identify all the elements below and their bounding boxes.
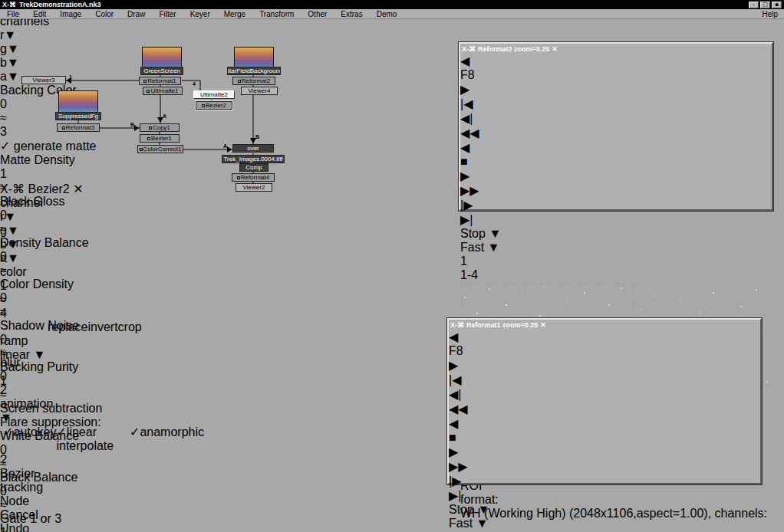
node-label: Copy1: [153, 124, 170, 132]
node-over[interactable]: over: [232, 144, 274, 153]
frame-back-button[interactable]: ◀: [460, 54, 772, 68]
chevron-down-icon: ▼: [476, 517, 489, 530]
transport-button-1[interactable]: ◀|: [449, 387, 760, 402]
frame-fwd-button[interactable]: ▶: [460, 82, 772, 97]
transport-button-3[interactable]: ◀: [449, 416, 760, 431]
node-reformat4[interactable]: Reformat4: [232, 173, 275, 182]
transport-button-7[interactable]: |▶: [449, 474, 760, 488]
frame-fwd-button[interactable]: ▶: [449, 358, 760, 373]
node-indicator: [147, 90, 150, 93]
node-label: over: [247, 145, 259, 153]
node-suppressedfg[interactable]: SuppressedFg: [55, 112, 101, 120]
playback-mode-value: Stop: [449, 503, 474, 516]
node-label: ColorCorrect1: [143, 146, 182, 153]
transport-button-6[interactable]: ▶▶: [449, 459, 760, 474]
transport-button-3[interactable]: ◀: [460, 140, 772, 155]
transport-button-0[interactable]: |◀: [460, 97, 772, 111]
close-icon[interactable]: ✕: [540, 320, 546, 330]
node-label: Viewer2: [243, 184, 265, 192]
node-label: Bezier1: [151, 135, 172, 143]
viewer-title: Reformat2 zoom=0.25: [478, 44, 549, 54]
node-reformat2[interactable]: Reformat2: [232, 77, 275, 85]
window-icon: X-⌘: [462, 44, 476, 54]
current-frame-field[interactable]: 1: [460, 255, 772, 268]
node-copy1[interactable]: Copy1: [140, 123, 180, 132]
chevron-down-icon: ▼: [489, 227, 501, 240]
node-viewer2[interactable]: Viewer2: [236, 183, 272, 192]
node-trek-images-0004-tiff[interactable]: Trek_Images.0004.tiff: [222, 155, 285, 163]
transport-button-5[interactable]: ▶: [449, 445, 760, 459]
node-label: GreenScreen: [143, 67, 180, 75]
connection-label: A: [163, 113, 166, 119]
node-ultimatte1[interactable]: Ultimatte1: [143, 87, 183, 95]
node-label: Bezier2: [206, 102, 226, 110]
transport-button-7[interactable]: |▶: [460, 198, 772, 212]
node-colorcorrect1[interactable]: ColorCorrect1: [137, 145, 183, 153]
speed-value: Fast: [449, 517, 473, 530]
viewer-titlebar[interactable]: X-⌘ Reformat1 zoom=0.25 ✕: [449, 320, 760, 330]
transport-button-2[interactable]: ◀◀: [449, 402, 760, 416]
node-indicator: [147, 137, 150, 140]
playback-mode-dropdown[interactable]: Stop ▼: [449, 503, 760, 517]
frame-row: 1 1-4: [460, 255, 772, 282]
speed-value: Fast: [460, 241, 484, 254]
viewer-titlebar[interactable]: X-⌘ Reformat2 zoom=0.25 ✕: [460, 44, 772, 54]
node-label: Ultimatte1: [150, 87, 178, 95]
connection-label: 1: [69, 74, 72, 80]
connection-label: B: [130, 122, 134, 127]
node-label: SuppressedFg: [58, 113, 98, 120]
node-reformat1[interactable]: Reformat1: [139, 77, 181, 85]
node-bezier1[interactable]: Bezier1: [140, 134, 180, 143]
node-label: Reformat2: [242, 77, 270, 85]
chevron-down-icon: ▼: [488, 241, 500, 254]
node-label: Trek_Images.0004.tiff: [224, 156, 283, 163]
transport-button-1[interactable]: ◀|: [460, 111, 772, 126]
frame-back-button[interactable]: ◀: [449, 330, 760, 344]
playback-mode-value: Stop: [460, 227, 486, 240]
node-label: Reformat4: [241, 174, 269, 182]
node-label: Viewer3: [33, 77, 55, 84]
close-icon[interactable]: ✕: [552, 44, 558, 54]
node-starfieldbackground[interactable]: StarFieldBackground: [227, 67, 281, 75]
node-label: Reformat1: [147, 77, 176, 85]
node-indicator: [143, 80, 147, 83]
frame-hotkey-button[interactable]: F8: [460, 68, 772, 82]
transport-button-8[interactable]: ▶|: [449, 488, 760, 503]
frame-range-label: 1-4: [460, 268, 772, 282]
node-greenscreen[interactable]: GreenScreen: [140, 67, 183, 75]
node-indicator: [62, 126, 65, 130]
node-indicator: [140, 148, 143, 151]
connection-label: A: [223, 143, 227, 149]
node-indicator: [237, 176, 240, 179]
transport-button-4[interactable]: ■: [460, 155, 772, 169]
transport-controls: |◀◀|◀◀◀■▶▶▶|▶▶|: [460, 97, 772, 227]
node-comp[interactable]: Comp: [239, 163, 268, 172]
viewer-title: Reformat1 zoom=0.25: [466, 320, 538, 330]
speed-dropdown[interactable]: Fast ▼: [449, 517, 760, 530]
frame-hotkey-button[interactable]: F8: [449, 344, 760, 358]
speed-dropdown[interactable]: Fast ▼: [460, 241, 772, 255]
viewer-toolbar: ◀ F8 ▶ |◀◀|◀◀◀■▶▶▶|▶▶| Stop ▼ Fast ▼: [460, 54, 772, 255]
node-viewer3[interactable]: Viewer3: [21, 76, 66, 84]
transport-controls: |◀◀|◀◀◀■▶▶▶|▶▶|: [449, 373, 760, 503]
node-bezier2[interactable]: Bezier2: [196, 101, 232, 110]
suppressedfg-thumbnail: [58, 90, 98, 113]
node-viewer4[interactable]: Viewer4: [241, 87, 278, 95]
node-ultimatte2[interactable]: Ultimatte2: [193, 90, 235, 99]
transport-button-2[interactable]: ◀◀: [460, 126, 772, 140]
connection-label: 4: [193, 81, 196, 87]
transport-button-0[interactable]: |◀: [449, 373, 760, 387]
window-icon: X-⌘: [450, 320, 464, 330]
playback-mode-dropdown[interactable]: Stop ▼: [460, 227, 772, 241]
node-label: StarFieldBackground: [227, 67, 281, 75]
node-reformat3[interactable]: Reformat3: [57, 123, 100, 132]
transport-button-8[interactable]: ▶|: [460, 212, 772, 227]
node-label: Reformat3: [66, 124, 94, 132]
node-indicator: [238, 80, 241, 83]
transport-button-6[interactable]: ▶▶: [460, 183, 772, 198]
node-label: Viewer4: [249, 87, 271, 95]
transport-button-4[interactable]: ■: [449, 431, 760, 445]
transport-button-5[interactable]: ▶: [460, 169, 772, 183]
node-label: Comp: [245, 164, 262, 172]
viewer-window-reformat1: X-⌘ Reformat1 zoom=0.25 ✕ ◀ F8 ▶ |◀◀|◀◀◀…: [447, 318, 762, 484]
